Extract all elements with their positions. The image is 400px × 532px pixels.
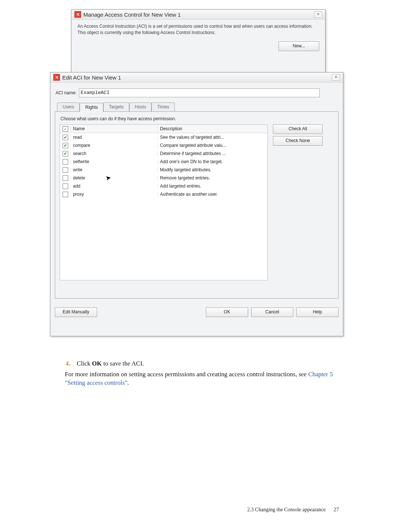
- tab-rights[interactable]: Rights: [80, 103, 103, 112]
- table-row[interactable]: proxy Authenticate as another user.: [60, 190, 267, 198]
- row-desc: Modify targeted attributes.: [158, 167, 267, 172]
- edit-manually-button[interactable]: Edit Manually: [55, 307, 97, 317]
- footer-page-number: 27: [334, 507, 339, 512]
- table-row[interactable]: selfwrite Add one's own DN to the target…: [60, 158, 267, 166]
- tab-targets[interactable]: Targets: [103, 102, 129, 111]
- cancel-button[interactable]: Cancel: [251, 307, 293, 317]
- rights-instruction: Choose what users can do if they have ac…: [60, 116, 334, 121]
- manage-title: Manage Access Control for New View 1: [83, 11, 314, 18]
- tab-hosts[interactable]: Hosts: [129, 102, 152, 111]
- row-desc: Compare targeted attribute valu...: [158, 143, 267, 148]
- tab-times[interactable]: Times: [151, 102, 174, 111]
- cross-ref-paragraph: For more information on setting access p…: [65, 370, 339, 387]
- row-checkbox[interactable]: [63, 135, 68, 140]
- edit-titlebar[interactable]: ✕ Edit ACI for New View 1 ✕: [50, 73, 343, 83]
- manage-description: An Access Control Instruction (ACI) is a…: [77, 23, 319, 36]
- header-name[interactable]: Name: [71, 126, 158, 131]
- check-all-button[interactable]: Check All: [273, 124, 323, 134]
- table-row[interactable]: write Modify targeted attributes.: [60, 166, 267, 174]
- aci-name-label: ACI name:: [56, 90, 77, 95]
- row-name: write: [71, 167, 158, 172]
- new-button[interactable]: New...: [279, 41, 319, 51]
- rights-panel: Choose what users can do if they have ac…: [55, 111, 339, 299]
- row-name: add: [71, 183, 158, 189]
- row-checkbox[interactable]: [63, 151, 68, 156]
- row-desc: Add one's own DN to the target.: [158, 159, 267, 164]
- app-icon: ✕: [74, 11, 81, 18]
- row-name: delete: [71, 175, 158, 181]
- table-row[interactable]: read See the values of targeted attri...: [60, 133, 267, 141]
- edit-title: Edit ACI for New View 1: [62, 74, 332, 81]
- table-row[interactable]: add Add targeted entries.: [60, 182, 267, 190]
- rights-table: Name Description read See the values of …: [60, 124, 268, 280]
- edit-aci-dialog: ✕ Edit ACI for New View 1 ✕ ACI name: Ex…: [50, 72, 343, 336]
- manage-access-dialog: ✕ Manage Access Control for New View 1 ✕…: [71, 9, 326, 80]
- row-name: search: [71, 151, 158, 156]
- screenshot-figure: ✕ Manage Access Control for New View 1 ✕…: [65, 0, 339, 351]
- app-icon: ✕: [53, 74, 60, 81]
- row-desc: Add targeted entries.: [158, 183, 267, 189]
- ok-button[interactable]: OK: [206, 307, 248, 317]
- check-none-button[interactable]: Check None: [273, 136, 323, 146]
- close-icon[interactable]: ✕: [314, 11, 322, 18]
- row-desc: Authenticate as another user.: [158, 192, 267, 197]
- table-row[interactable]: delete Remove targeted entries.: [60, 174, 267, 182]
- document-body-text: Click OK to save the ACI. For more infor…: [65, 360, 339, 387]
- tab-strip: Users Rights Targets Hosts Times: [57, 102, 339, 111]
- row-checkbox[interactable]: [63, 159, 68, 165]
- row-checkbox[interactable]: [63, 167, 68, 173]
- help-button[interactable]: Help: [296, 307, 339, 317]
- row-checkbox[interactable]: [63, 143, 68, 148]
- tab-users[interactable]: Users: [57, 102, 80, 111]
- close-icon[interactable]: ✕: [332, 74, 340, 81]
- page-footer: 2.3 Changing the Console appearance 27: [247, 507, 339, 513]
- row-name: proxy: [71, 192, 158, 197]
- header-description[interactable]: Description: [158, 126, 267, 131]
- row-desc: Remove targeted entries.: [158, 175, 267, 181]
- header-checkbox[interactable]: [63, 126, 68, 132]
- row-checkbox[interactable]: [63, 183, 68, 189]
- manage-titlebar[interactable]: ✕ Manage Access Control for New View 1 ✕: [71, 10, 325, 20]
- row-name: selfwrite: [71, 159, 158, 164]
- table-row[interactable]: search Determine if targeted attributes …: [60, 149, 267, 158]
- row-desc: See the values of targeted attri...: [158, 135, 267, 140]
- aci-name-input[interactable]: ExampleACI: [79, 88, 320, 97]
- row-checkbox[interactable]: [63, 192, 68, 197]
- row-desc: Determine if targeted attributes ...: [158, 151, 267, 156]
- table-row[interactable]: compare Compare targeted attribute valu.…: [60, 141, 267, 149]
- footer-section: 2.3 Changing the Console appearance: [247, 507, 326, 512]
- row-name: read: [71, 135, 158, 140]
- step-4: Click OK to save the ACI.: [75, 360, 339, 368]
- row-checkbox[interactable]: [63, 175, 68, 181]
- row-name: compare: [71, 143, 158, 148]
- table-header: Name Description: [60, 125, 267, 133]
